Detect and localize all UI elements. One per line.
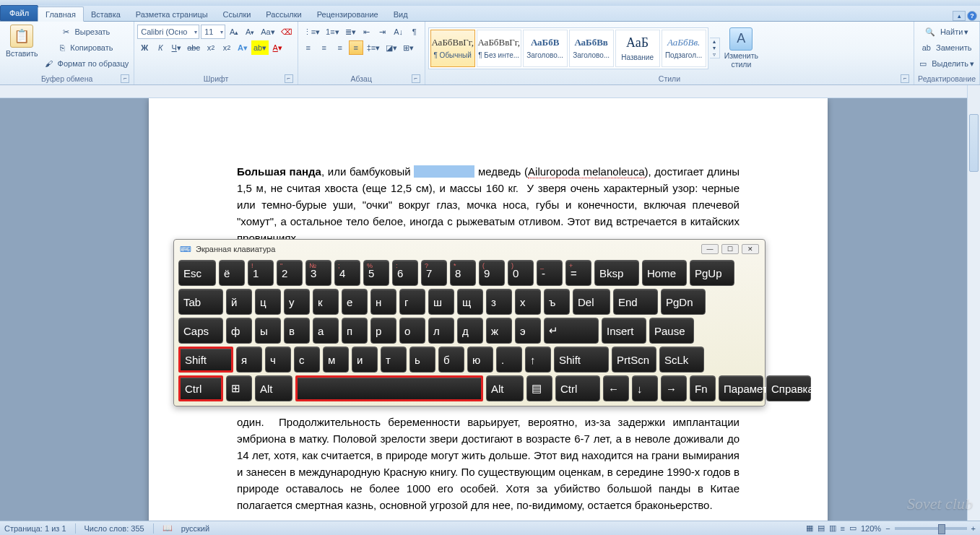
key-alt[interactable]: Alt bbox=[255, 375, 292, 401]
key-4[interactable]: ;4 bbox=[334, 260, 360, 286]
key-т[interactable]: т bbox=[381, 347, 407, 373]
key-й[interactable]: й bbox=[226, 289, 252, 315]
style-title[interactable]: АаБНазвание bbox=[615, 30, 660, 67]
key-ё[interactable]: ё bbox=[219, 260, 245, 286]
key-а[interactable]: а bbox=[313, 318, 339, 344]
key-8[interactable]: *8 bbox=[450, 260, 476, 286]
style-subtitle[interactable]: АаБбВв.Подзагол... bbox=[662, 30, 706, 67]
key-и[interactable]: и bbox=[352, 347, 378, 373]
justify-button[interactable]: ≡ bbox=[349, 40, 363, 55]
gallery-scroll[interactable]: ▴▾▿ bbox=[710, 38, 720, 58]
scroll-thumb[interactable] bbox=[969, 114, 979, 172]
help-icon[interactable]: ? bbox=[967, 11, 977, 21]
key-prtscn[interactable]: PrtScn bbox=[612, 347, 656, 373]
increase-indent-button[interactable]: ⇥ bbox=[376, 25, 390, 39]
multilevel-button[interactable]: ≣▾ bbox=[343, 25, 358, 39]
key-→[interactable]: → bbox=[661, 375, 687, 401]
key-м[interactable]: м bbox=[323, 347, 349, 373]
osk-maximize-icon[interactable]: ☐ bbox=[721, 244, 739, 254]
highlight-button[interactable]: ab▾ bbox=[251, 40, 269, 55]
key-↵[interactable]: ↵ bbox=[544, 318, 599, 344]
style-heading2[interactable]: АаБбВвЗаголово... bbox=[569, 30, 614, 67]
line-spacing-button[interactable]: ‡≡▾ bbox=[365, 40, 383, 55]
launcher-icon[interactable]: ⌐ bbox=[285, 74, 293, 83]
tab-review[interactable]: Рецензирование bbox=[309, 6, 386, 21]
underline-button[interactable]: Ч▾ bbox=[169, 40, 183, 55]
zoom-slider[interactable] bbox=[895, 527, 967, 530]
zoom-out-icon[interactable]: − bbox=[885, 524, 890, 533]
key-параметры[interactable]: Параметры bbox=[719, 375, 763, 401]
status-proof-icon[interactable]: 📖 bbox=[162, 523, 173, 533]
status-words[interactable]: Число слов: 355 bbox=[84, 524, 144, 533]
zoom-in-icon[interactable]: + bbox=[971, 524, 976, 533]
select-button[interactable]: ▭ Выделить▾ bbox=[917, 56, 976, 71]
replace-button[interactable]: ab Заменить bbox=[917, 40, 976, 55]
tab-references[interactable]: Ссылки bbox=[215, 6, 259, 21]
clear-format-button[interactable]: ⌫ bbox=[279, 25, 295, 39]
align-left-button[interactable]: ≡ bbox=[301, 40, 316, 55]
cut-button[interactable]: ✂ Вырезать bbox=[43, 25, 131, 39]
view-outline-icon[interactable]: ≡ bbox=[841, 524, 845, 533]
key-home[interactable]: Home bbox=[642, 260, 687, 286]
change-styles-button[interactable]: A Изменить стили bbox=[721, 26, 761, 70]
key-2[interactable]: "2 bbox=[277, 260, 303, 286]
key-ctrl[interactable]: Ctrl bbox=[555, 375, 600, 401]
key-⊞[interactable]: ⊞ bbox=[226, 375, 252, 401]
osk-titlebar[interactable]: ⌨ Экранная клавиатура — ☐ ✕ bbox=[175, 241, 763, 257]
tab-home[interactable]: Главная bbox=[38, 6, 84, 22]
key-pgup[interactable]: PgUp bbox=[690, 260, 734, 286]
align-right-button[interactable]: ≡ bbox=[333, 40, 347, 55]
key-↓[interactable]: ↓ bbox=[632, 375, 658, 401]
key-ж[interactable]: ж bbox=[486, 318, 512, 344]
launcher-icon[interactable]: ⌐ bbox=[901, 74, 909, 83]
key-alt[interactable]: Alt bbox=[486, 375, 524, 401]
shading-button[interactable]: ◪▾ bbox=[383, 40, 399, 55]
style-normal[interactable]: АаБбВвГг,¶ Обычный bbox=[430, 30, 475, 67]
subscript-button[interactable]: x2 bbox=[204, 40, 218, 55]
key-п[interactable]: п bbox=[342, 318, 368, 344]
font-size-combo[interactable]: 11 bbox=[201, 25, 225, 39]
copy-button[interactable]: ⎘ Копировать bbox=[43, 40, 131, 55]
tab-view[interactable]: Вид bbox=[386, 6, 416, 21]
key-э[interactable]: э bbox=[515, 318, 541, 344]
key-к[interactable]: к bbox=[313, 289, 339, 315]
styles-gallery[interactable]: АаБбВвГг,¶ Обычный АаБбВвГг,¶ Без инте..… bbox=[428, 27, 708, 69]
ruler[interactable] bbox=[0, 85, 980, 98]
view-print-icon[interactable]: ▦ bbox=[806, 523, 813, 533]
key-з[interactable]: з bbox=[486, 289, 512, 315]
key-tab[interactable]: Tab bbox=[178, 289, 223, 315]
key-л[interactable]: л bbox=[428, 318, 454, 344]
key-ш[interactable]: ш bbox=[428, 289, 454, 315]
launcher-icon[interactable]: ⌐ bbox=[121, 74, 129, 83]
key-0[interactable]: )0 bbox=[508, 260, 534, 286]
find-button[interactable]: 🔍 Найти▾ bbox=[917, 25, 976, 39]
view-draft-icon[interactable]: ▭ bbox=[849, 523, 857, 533]
change-case-button[interactable]: Aa▾ bbox=[259, 25, 277, 39]
key--[interactable]: _- bbox=[537, 260, 563, 286]
key-ы[interactable]: ы bbox=[255, 318, 281, 344]
paste-button[interactable]: 📋 Вставить bbox=[3, 23, 41, 59]
zoom-value[interactable]: 120% bbox=[861, 524, 881, 533]
borders-button[interactable]: ⊞▾ bbox=[401, 40, 416, 55]
key-г[interactable]: г bbox=[399, 289, 425, 315]
key-bksp[interactable]: Bksp bbox=[594, 260, 639, 286]
style-heading1[interactable]: АаБбВЗаголово... bbox=[523, 30, 568, 67]
view-read-icon[interactable]: ▤ bbox=[818, 523, 825, 533]
key-9[interactable]: (9 bbox=[479, 260, 505, 286]
key-н[interactable]: н bbox=[370, 289, 396, 315]
launcher-icon[interactable]: ⌐ bbox=[412, 74, 420, 83]
key-р[interactable]: р bbox=[370, 318, 396, 344]
text-effects-button[interactable]: A▾ bbox=[235, 40, 250, 55]
tab-layout[interactable]: Разметка страницы bbox=[128, 6, 216, 21]
key-1[interactable]: !1 bbox=[248, 260, 274, 286]
tab-mailings[interactable]: Рассылки bbox=[258, 6, 309, 21]
status-lang[interactable]: русский bbox=[181, 524, 209, 533]
key-я[interactable]: я bbox=[236, 347, 262, 373]
key-sclk[interactable]: ScLk bbox=[659, 347, 704, 373]
vertical-scrollbar[interactable] bbox=[967, 85, 980, 521]
key-д[interactable]: д bbox=[457, 318, 483, 344]
key-space[interactable] bbox=[295, 375, 483, 401]
font-name-combo[interactable]: Calibri (Осно bbox=[137, 25, 199, 39]
key-с[interactable]: с bbox=[294, 347, 320, 373]
sort-button[interactable]: A↓ bbox=[391, 25, 406, 39]
